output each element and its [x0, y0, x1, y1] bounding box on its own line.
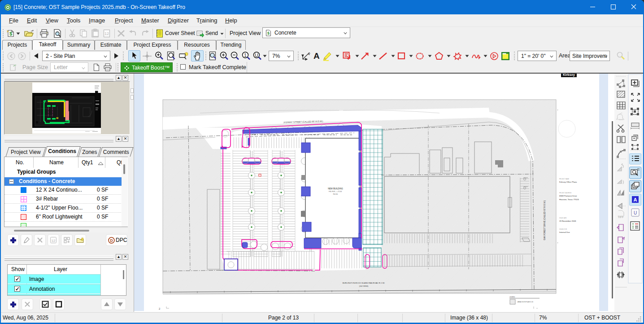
svg-text:6909 Portwest Drive: 6909 Portwest Drive — [559, 195, 577, 197]
svg-text:$: $ — [9, 31, 12, 36]
svg-text:Internal Use: Internal Use — [559, 231, 570, 233]
svg-text:ISSUED FOR: ISSUED FOR — [559, 228, 567, 230]
svg-text:NEW BUILDING: NEW BUILDING — [328, 188, 343, 190]
svg-text:ISSUE DATE: ISSUE DATE — [559, 217, 567, 219]
svg-text:78.CVL: 78.CVL — [333, 193, 338, 195]
svg-text:12: 12 — [104, 31, 109, 36]
svg-text:(100' WIDE): (100' WIDE) — [359, 285, 369, 287]
svg-text:U: U — [255, 53, 258, 58]
svg-text:PROJECT NAME: PROJECT NAME — [559, 178, 569, 180]
svg-text:4': 4' — [308, 53, 310, 56]
svg-text:LEGEND: LEGEND — [509, 296, 515, 298]
svg-text:1: 1 — [244, 53, 247, 58]
svg-text:TIFF: TIFF — [618, 215, 624, 219]
svg-text:PROJECT ADDRESS: PROJECT ADDRESS — [559, 192, 571, 194]
svg-text:A: A — [634, 197, 637, 202]
svg-text:Kirksey: Kirksey — [563, 74, 575, 77]
svg-text:$: $ — [267, 31, 270, 35]
svg-text:F.N. FLR. + +72.10': F.N. FLR. + +72.10' — [329, 191, 342, 193]
svg-text:OAK FOREST DRIVE (CALLED 60' R: OAK FOREST DRIVE (CALLED 60' R.O.W.) — [544, 200, 546, 240]
svg-text:D: D — [110, 238, 113, 243]
svg-text:AREAS IN SITE PLAN R.O.W.: AREAS IN SITE PLAN R.O.W. — [518, 301, 533, 303]
svg-text:BURLINGTON-ROCK ISLAND RAILROA: BURLINGTON-ROCK ISLAND RAILROAD R.O.W. — [343, 282, 385, 284]
svg-text:2: 2 — [159, 307, 161, 310]
svg-text:Kirksey Office Plaza: Kirksey Office Plaza — [559, 181, 577, 183]
svg-text:Houston, Texas 77024: Houston, Texas 77024 — [559, 198, 579, 201]
svg-text:U: U — [634, 210, 637, 215]
svg-text:12: 12 — [52, 239, 56, 243]
svg-text:26 November 2006: 26 November 2006 — [559, 220, 576, 222]
